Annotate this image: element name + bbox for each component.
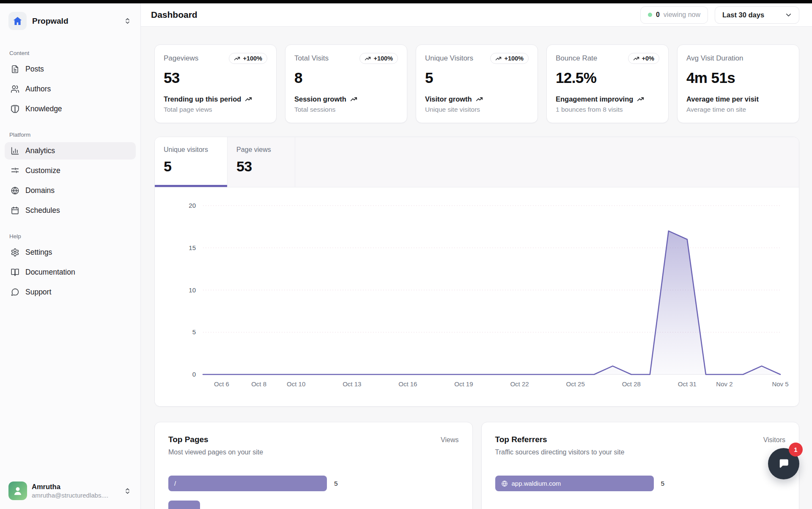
sidebar-nav: ContentPostsAuthorsKnowledgePlatformAnal… bbox=[0, 50, 140, 481]
trend-badge-value: +0% bbox=[642, 55, 654, 62]
trend-badge: +100% bbox=[490, 53, 529, 64]
x-tick-label: Oct 19 bbox=[454, 380, 473, 388]
user-name: Amrutha bbox=[32, 483, 118, 491]
dashboard-content: Pageviews+100%53Trending up this periodT… bbox=[141, 27, 812, 509]
top-referrers-card: Top Referrers Visitors Traffic sources d… bbox=[481, 422, 800, 509]
sidebar-item-documentation[interactable]: Documentation bbox=[5, 264, 136, 281]
stat-card-bounce-rate: Bounce Rate+0%12.5%Engagement improving1… bbox=[546, 44, 669, 123]
sidebar-item-schedules[interactable]: Schedules bbox=[5, 202, 136, 219]
sidebar-section: ContentPostsAuthorsKnowledge bbox=[5, 50, 136, 118]
sidebar-item-support[interactable]: Support bbox=[5, 283, 136, 301]
workspace-name: Propwald bbox=[32, 17, 118, 26]
sidebar-item-knowledge[interactable]: Knowledge bbox=[5, 100, 136, 118]
user-email: amrutha@structuredlabs.... bbox=[32, 492, 118, 499]
card-head: Top Referrers Visitors bbox=[495, 435, 786, 444]
traffic-chart-card: Unique visitors5Page views53 20151050Oct… bbox=[154, 137, 799, 407]
stat-value: 4m 51s bbox=[686, 69, 790, 86]
sidebar-item-label: Schedules bbox=[25, 206, 60, 215]
stat-sub: Total sessions bbox=[294, 106, 398, 113]
x-tick-label: Oct 22 bbox=[510, 380, 529, 388]
stat-card-avg-visit-duration: Avg Visit Duration4m 51sAverage time per… bbox=[677, 44, 799, 123]
unread-count-badge: 1 bbox=[789, 443, 803, 457]
sidebar-item-label: Support bbox=[25, 288, 51, 297]
app-root: Propwald ContentPostsAuthorsKnowledgePla… bbox=[0, 0, 812, 509]
trending-up-icon bbox=[633, 55, 639, 62]
live-dot-icon bbox=[648, 13, 652, 17]
sidebar-item-label: Documentation bbox=[25, 268, 75, 277]
trending-up-icon bbox=[350, 96, 357, 103]
gear-icon bbox=[11, 248, 19, 257]
chevrons-up-down-icon[interactable] bbox=[123, 17, 132, 25]
chevrons-up-down-icon[interactable] bbox=[123, 487, 132, 495]
sidebar-item-label: Settings bbox=[25, 248, 52, 257]
trending-up-icon bbox=[476, 96, 483, 103]
sidebar-item-label: Analytics bbox=[25, 146, 55, 155]
speech-bubble-icon bbox=[776, 456, 791, 471]
house-icon bbox=[12, 16, 23, 26]
trending-up-icon bbox=[637, 96, 644, 103]
trend-badge: +0% bbox=[628, 53, 659, 64]
tab-page-views[interactable]: Page views53 bbox=[228, 137, 295, 187]
trend-badge: +100% bbox=[229, 53, 267, 64]
brain-icon bbox=[11, 105, 19, 113]
card-title: Top Pages bbox=[168, 435, 208, 444]
bar-row: /5 bbox=[168, 476, 459, 491]
date-range-value: Last 30 days bbox=[722, 11, 764, 19]
bar-chart-icon bbox=[11, 146, 19, 155]
stat-card-top: Avg Visit Duration bbox=[686, 53, 790, 66]
user-menu[interactable]: Amrutha amrutha@structuredlabs.... bbox=[0, 481, 140, 500]
date-range-select[interactable]: Last 30 days bbox=[715, 6, 799, 24]
trend-badge-value: +100% bbox=[243, 55, 262, 62]
sidebar-section-label: Platform bbox=[5, 132, 136, 138]
sidebar-item-posts[interactable]: Posts bbox=[5, 61, 136, 78]
chat-launcher-button[interactable]: 1 bbox=[768, 448, 799, 479]
sidebar-item-analytics[interactable]: Analytics bbox=[5, 142, 136, 160]
globe-icon bbox=[11, 186, 19, 195]
card-subtitle: Most viewed pages on your site bbox=[168, 448, 459, 456]
sidebar-item-authors[interactable]: Authors bbox=[5, 80, 136, 98]
sidebar-item-domains[interactable]: Domains bbox=[5, 182, 136, 199]
sidebar-section-label: Content bbox=[5, 50, 136, 56]
bar-list: /5 bbox=[168, 476, 459, 509]
stat-footer: Engagement improving bbox=[556, 95, 659, 103]
chart-body: 20151050Oct 6Oct 8Oct 10Oct 13Oct 16Oct … bbox=[155, 187, 799, 406]
calendar-icon bbox=[11, 206, 19, 215]
live-viewers-pill: 0 viewing now bbox=[640, 6, 708, 24]
viewing-label: viewing now bbox=[664, 11, 700, 19]
tab-label: Unique visitors bbox=[164, 146, 227, 154]
x-tick-label: Oct 25 bbox=[566, 380, 585, 388]
tab-unique-visitors[interactable]: Unique visitors5 bbox=[155, 137, 228, 187]
trend-badge: +100% bbox=[359, 53, 398, 64]
bar-list: app.waldium.com5 bbox=[495, 476, 786, 491]
avatar bbox=[8, 481, 27, 500]
page-title: Dashboard bbox=[151, 10, 634, 20]
sidebar-item-label: Knowledge bbox=[25, 105, 62, 113]
x-tick-label: Oct 28 bbox=[622, 380, 641, 388]
workspace-switcher[interactable]: Propwald bbox=[0, 12, 140, 30]
trending-up-icon bbox=[234, 55, 240, 62]
area-chart: 20151050Oct 6Oct 8Oct 10Oct 13Oct 16Oct … bbox=[155, 187, 798, 406]
stat-footer-text: Trending up this period bbox=[164, 95, 241, 103]
sidebar-item-label: Authors bbox=[25, 85, 51, 94]
x-tick-label: Oct 6 bbox=[214, 380, 229, 388]
y-tick-label: 15 bbox=[189, 244, 196, 251]
x-tick-label: Nov 5 bbox=[772, 380, 788, 388]
top-pages-card: Top Pages Views Most viewed pages on you… bbox=[154, 422, 473, 509]
chevron-down-icon bbox=[785, 11, 793, 19]
stat-value: 12.5% bbox=[556, 69, 659, 86]
bar-value: 5 bbox=[334, 480, 338, 487]
sidebar-item-customize[interactable]: Customize bbox=[5, 162, 136, 179]
sidebar-item-settings[interactable]: Settings bbox=[5, 244, 136, 261]
person-icon bbox=[12, 485, 23, 496]
stat-sub: Average time on site bbox=[686, 106, 790, 113]
stat-label: Bounce Rate bbox=[556, 53, 597, 63]
stat-label: Total Visits bbox=[294, 53, 329, 63]
viewing-count: 0 bbox=[656, 11, 660, 19]
stat-sub: 1 bounces from 8 visits bbox=[556, 106, 659, 113]
y-tick-label: 20 bbox=[189, 202, 196, 209]
page-header: Dashboard 0 viewing now Last 30 days bbox=[141, 3, 812, 27]
stat-card-top: Bounce Rate+0% bbox=[556, 53, 659, 66]
stat-footer: Average time per visit bbox=[686, 95, 790, 103]
card-title: Top Referrers bbox=[495, 435, 547, 444]
stat-footer: Session growth bbox=[294, 95, 398, 103]
